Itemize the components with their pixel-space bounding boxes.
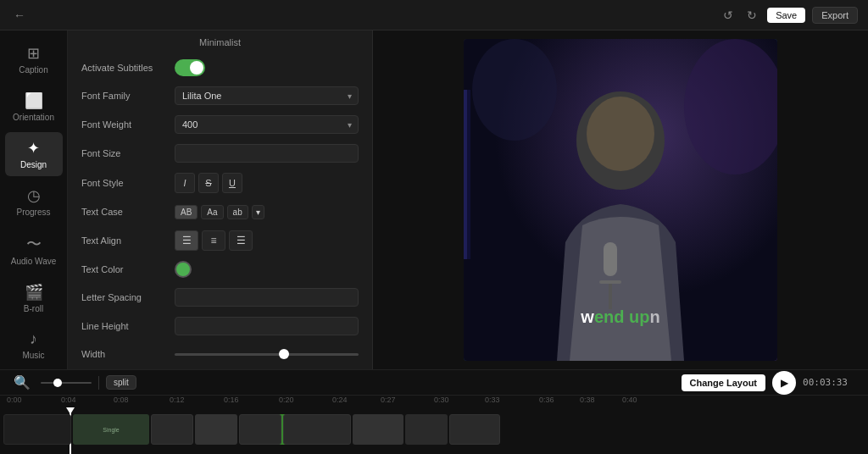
- sidebar-item-orientation[interactable]: ⬜ Orientation: [5, 85, 63, 129]
- font-size-row: Font Size 74: [81, 139, 359, 168]
- font-style-buttons: I S U: [175, 173, 242, 193]
- sidebar-item-label-caption: Caption: [19, 65, 47, 75]
- activate-subtitles-toggle[interactable]: [175, 59, 205, 76]
- line-height-control: 10: [175, 317, 359, 335]
- sidebar-item-caption[interactable]: ⊞ Caption: [5, 37, 63, 81]
- undo-button[interactable]: ↺: [720, 7, 737, 24]
- line-height-label: Line Height: [81, 321, 175, 331]
- split-button[interactable]: split: [106, 375, 136, 390]
- track-thumb-7: [405, 414, 448, 445]
- export-button[interactable]: Export: [812, 7, 858, 24]
- activate-subtitles-row: Activate Subtitles: [81, 54, 359, 81]
- case-title-button[interactable]: Aa: [201, 205, 223, 219]
- track-thumb-5: [283, 414, 351, 445]
- font-family-select[interactable]: Lilita One: [175, 86, 359, 105]
- letter-spacing-input[interactable]: 0: [175, 288, 359, 307]
- track-thumbnails: Single: [0, 414, 868, 445]
- save-button[interactable]: Save: [767, 8, 805, 23]
- activate-subtitles-label: Activate Subtitles: [81, 63, 175, 73]
- ruler-mark-6: 0:24: [332, 396, 348, 404]
- width-control: [175, 353, 359, 356]
- ruler-mark-10: 0:36: [539, 396, 554, 404]
- zoom-slider[interactable]: [41, 382, 92, 384]
- redo-button[interactable]: ↻: [743, 7, 760, 24]
- line-height-input[interactable]: 10: [175, 317, 359, 335]
- text-color-label: Text Color: [81, 264, 175, 274]
- align-center-button[interactable]: ≡: [202, 230, 225, 251]
- text-case-buttons: AB Aa ab ▾: [175, 205, 264, 219]
- music-icon: ♪: [30, 330, 37, 348]
- width-range-row: [175, 353, 359, 356]
- subtitle-text-after: n: [649, 307, 659, 326]
- sidebar-item-label-b-roll: B-roll: [24, 304, 43, 313]
- underline-button[interactable]: U: [222, 173, 242, 193]
- activate-subtitles-section: Activate Subtitles Font Family Lilita On…: [68, 51, 372, 369]
- strikethrough-button[interactable]: S: [198, 173, 219, 193]
- sidebar-item-label-design: Design: [20, 160, 47, 169]
- font-style-control: I S U: [175, 173, 359, 193]
- ruler-mark-5: 0:20: [279, 396, 294, 404]
- orientation-icon: ⬜: [25, 91, 43, 110]
- case-lower-button[interactable]: ab: [227, 205, 248, 219]
- subtitle-highlight: end up: [594, 307, 650, 326]
- zoom-controls: [41, 382, 92, 384]
- width-slider[interactable]: [175, 353, 359, 356]
- track-thumb-0: [3, 414, 71, 445]
- width-row: Width: [81, 340, 359, 368]
- font-weight-select[interactable]: 400: [175, 115, 359, 134]
- design-icon: ✦: [27, 139, 40, 158]
- text-align-row: Text Align ☰ ≡ ☰: [81, 225, 359, 256]
- text-case-control: AB Aa ab ▾: [175, 205, 359, 219]
- subtitle-overlay: wend upn: [464, 307, 777, 327]
- ruler-marks-container: 0:00 0:04 0:08 0:12 0:16 0:20 0:24 0:27 …: [3, 396, 865, 407]
- change-layout-button[interactable]: Change Layout: [682, 374, 765, 391]
- sidebar-item-progress[interactable]: ◷ Progress: [5, 180, 63, 224]
- ruler-mark-0: 0:00: [7, 396, 22, 404]
- sidebar-nav: ⊞ Caption ⬜ Orientation ✦ Design ◷ Progr…: [0, 30, 68, 369]
- letter-spacing-control: 0: [175, 288, 359, 307]
- line-height-row: Line Height 10: [81, 312, 359, 340]
- caption-icon: ⊞: [27, 44, 40, 63]
- subtitle-text-before: w: [581, 307, 594, 326]
- ruler-mark-7: 0:27: [381, 396, 396, 404]
- progress-icon: ◷: [27, 186, 41, 205]
- timeline: 🔍 split Change Layout ▶ 00:03:33 0:00 0:…: [0, 369, 868, 454]
- timeline-body: 0:00 0:04 0:08 0:12 0:16 0:20 0:24 0:27 …: [0, 396, 868, 454]
- timeline-track-area: Intro Single: [0, 407, 868, 454]
- italic-button[interactable]: I: [175, 173, 195, 193]
- font-size-input[interactable]: 74: [175, 144, 359, 163]
- text-case-label: Text Case: [81, 207, 175, 217]
- topbar-right: ↺ ↻ Save Export: [720, 7, 858, 24]
- panel-header: Minimalist: [68, 30, 372, 51]
- b-roll-icon: 🎬: [25, 283, 43, 302]
- text-align-label: Text Align: [81, 235, 175, 246]
- font-weight-control: 400: [175, 115, 359, 134]
- sidebar-item-b-roll[interactable]: 🎬 B-roll: [5, 276, 63, 320]
- text-align-buttons: ☰ ≡ ☰: [175, 230, 253, 251]
- ruler-mark-9: 0:33: [485, 396, 500, 404]
- sidebar-item-audio-wave[interactable]: 〜 Audio Wave: [5, 227, 63, 273]
- ruler-mark-3: 0:12: [170, 396, 185, 404]
- font-size-label: Font Size: [81, 148, 175, 158]
- font-family-label: Font Family: [81, 91, 175, 101]
- zoom-out-button[interactable]: 🔍: [10, 373, 34, 392]
- letter-spacing-label: Letter Spacing: [81, 292, 175, 302]
- main-area: ⊞ Caption ⬜ Orientation ✦ Design ◷ Progr…: [0, 30, 868, 369]
- track-thumb-8: [449, 414, 500, 445]
- letter-spacing-row: Letter Spacing 0: [81, 283, 359, 312]
- align-left-button[interactable]: ☰: [175, 230, 198, 251]
- text-align-control: ☰ ≡ ☰: [175, 230, 359, 251]
- svg-point-2: [472, 39, 557, 141]
- track-thumb-6: [353, 414, 403, 445]
- track-label-1: Single: [103, 427, 119, 433]
- play-button[interactable]: ▶: [772, 371, 796, 395]
- sidebar-item-label-music: Music: [22, 351, 44, 360]
- time-display: 00:03:33: [803, 377, 848, 388]
- text-color-swatch[interactable]: [175, 261, 192, 278]
- align-right-button[interactable]: ☰: [229, 230, 253, 251]
- sidebar-item-music[interactable]: ♪ Music: [5, 324, 63, 367]
- case-more-button[interactable]: ▾: [252, 205, 264, 219]
- sidebar-item-design[interactable]: ✦ Design: [5, 132, 63, 176]
- case-upper-button[interactable]: AB: [175, 205, 198, 219]
- back-button[interactable]: ←: [10, 5, 29, 25]
